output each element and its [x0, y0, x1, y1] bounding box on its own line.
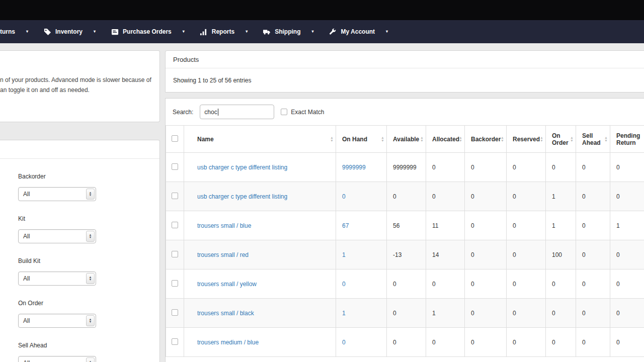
on-hand-link[interactable]: 1	[342, 310, 346, 317]
backorder-value: 0	[465, 299, 507, 328]
filter-label: On Order	[18, 300, 159, 307]
backorder-select[interactable]: All ▲▼	[18, 187, 96, 201]
products-table: Name▲▼ On Hand▲▼ Available▲▼ Allocated▲▼…	[166, 125, 644, 357]
row-checkbox[interactable]	[172, 193, 178, 199]
on-hand-link[interactable]: 0	[342, 193, 346, 200]
allocated-value: 0	[426, 153, 465, 182]
row-checkbox[interactable]	[172, 163, 178, 170]
nav-item-purchase-orders[interactable]: Purchase Orders ▾	[111, 28, 185, 36]
select-value: All	[23, 359, 30, 362]
nav-item-shipping[interactable]: Shipping ▾	[263, 28, 313, 36]
row-checkbox[interactable]	[172, 338, 178, 345]
column-header-allocated[interactable]: Allocated▲▼	[426, 126, 465, 153]
backorder-value: 0	[465, 211, 507, 240]
available-value: 0	[387, 328, 426, 357]
exact-match-label: Exact Match	[291, 109, 324, 116]
filters-panel-header	[0, 140, 159, 159]
available-value: 0	[387, 299, 426, 328]
pending-return-value: 0	[610, 240, 644, 269]
pending-return-value: 1	[610, 211, 644, 240]
select-all-checkbox[interactable]	[172, 135, 178, 142]
sell-ahead-value: 0	[576, 328, 610, 357]
on-order-value: 0	[546, 269, 576, 299]
reserved-value: 0	[507, 299, 546, 328]
name-cell: usb charger c type different listing	[184, 182, 336, 211]
column-header-on-hand[interactable]: On Hand▲▼	[336, 126, 387, 153]
available-value: 0	[387, 269, 426, 299]
column-header-on-order[interactable]: On Order▲▼	[546, 126, 576, 153]
row-checkbox[interactable]	[172, 251, 178, 257]
column-header-name[interactable]: Name▲▼	[184, 126, 336, 153]
nav-item-inventory[interactable]: Inventory ▾	[43, 28, 96, 36]
product-name-link[interactable]: trousers medium / blue	[197, 339, 259, 346]
sell-ahead-value: 0	[576, 240, 610, 269]
table-row: trousers small / yellow00000000	[166, 269, 644, 299]
column-header-pending-return[interactable]: Pending Return▲▼	[610, 126, 644, 153]
allocated-value: 14	[426, 240, 465, 269]
bar-chart-icon	[200, 28, 208, 36]
filter-group-on-order: On Order All ▲▼	[18, 300, 159, 328]
on-hand-cell: 0	[336, 269, 387, 299]
product-name-link[interactable]: usb charger c type different listing	[197, 193, 287, 200]
sort-icon: ▲▼	[501, 136, 504, 142]
product-name-link[interactable]: trousers small / red	[197, 251, 249, 258]
info-text-line: n of your products. Advanced mode is slo…	[0, 75, 152, 85]
column-header-sell-ahead[interactable]: Sell Ahead▲▼	[576, 126, 610, 153]
info-text-line: an toggle it on and off as needed.	[0, 85, 152, 95]
column-header-backorder[interactable]: Backorder▲▼	[465, 126, 507, 153]
on-hand-link[interactable]: 9999999	[342, 164, 366, 171]
exact-match-checkbox[interactable]	[281, 109, 287, 115]
nav-item-label: Shipping	[275, 28, 300, 35]
filter-label: Kit	[18, 215, 159, 222]
nav-item-my-account[interactable]: My Account ▾	[329, 28, 388, 36]
tag-icon	[43, 28, 51, 36]
pending-return-value: 0	[610, 299, 644, 328]
chevron-down-icon: ▾	[386, 30, 388, 34]
row-checkbox[interactable]	[172, 309, 178, 316]
sell-ahead-select[interactable]: All ▲▼	[18, 356, 96, 362]
truck-icon	[263, 28, 271, 36]
row-checkbox[interactable]	[172, 222, 178, 228]
sidebar-filters-card: Backorder All ▲▼ Kit All ▲▼ Build Kit Al…	[0, 140, 160, 362]
search-input[interactable]: choc	[200, 105, 274, 119]
on-order-value: 1	[546, 182, 576, 211]
backorder-value: 0	[465, 328, 507, 357]
column-header-reserved[interactable]: Reserved▲▼	[507, 126, 546, 153]
row-checkbox[interactable]	[172, 280, 178, 287]
on-order-value: 0	[546, 299, 576, 328]
table-row: usb charger c type different listing0000…	[166, 182, 644, 211]
product-name-link[interactable]: trousers small / yellow	[197, 281, 257, 288]
reserved-value: 0	[507, 328, 546, 357]
exact-match-control: Exact Match	[281, 109, 324, 116]
name-cell: trousers small / red	[184, 240, 336, 269]
nav-item-label: My Account	[341, 28, 375, 35]
on-hand-link[interactable]: 0	[342, 339, 346, 346]
product-name-link[interactable]: trousers small / blue	[197, 222, 251, 229]
on-order-select[interactable]: All ▲▼	[18, 314, 96, 328]
product-name-link[interactable]: trousers small / black	[197, 310, 254, 317]
filter-group-backorder: Backorder All ▲▼	[18, 173, 159, 201]
filter-label: Backorder	[18, 173, 159, 180]
nav-item-reports[interactable]: Reports ▾	[200, 28, 248, 36]
column-header-available[interactable]: Available▲▼	[387, 126, 426, 153]
on-hand-link[interactable]: 1	[342, 251, 346, 258]
name-cell: trousers small / blue	[184, 211, 336, 240]
sort-icon: ▲▼	[604, 136, 608, 142]
reserved-value: 0	[507, 153, 546, 182]
on-hand-link[interactable]: 67	[342, 222, 349, 229]
chevron-down-icon: ▾	[26, 30, 28, 34]
table-row: trousers medium / blue00000000	[166, 328, 644, 357]
on-hand-link[interactable]: 0	[342, 281, 346, 288]
product-name-link[interactable]: usb charger c type different listing	[197, 164, 287, 171]
pending-return-value: 0	[610, 153, 644, 182]
table-row: trousers small / blue67561100101	[166, 211, 644, 240]
pending-return-value: 0	[610, 269, 644, 299]
allocated-value: 1	[426, 299, 465, 328]
chevron-down-icon: ▾	[311, 30, 313, 34]
kit-select[interactable]: All ▲▼	[18, 229, 96, 243]
nav-item-returns[interactable]: turns ▾	[0, 28, 28, 35]
backorder-value: 0	[465, 182, 507, 211]
select-stepper-icon: ▲▼	[86, 231, 95, 242]
build-kit-select[interactable]: All ▲▼	[18, 272, 96, 286]
name-cell: usb charger c type different listing	[184, 153, 336, 182]
